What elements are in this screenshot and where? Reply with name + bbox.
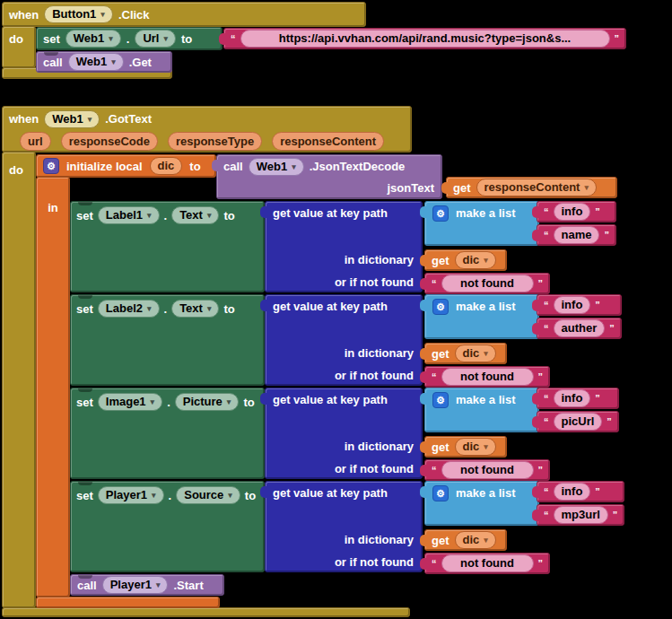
variable-dropdown[interactable]: responseContent xyxy=(476,179,597,196)
component-dropdown[interactable]: Web1 xyxy=(249,158,304,176)
key-string[interactable]: mp3url xyxy=(554,506,608,524)
param-responsecode[interactable]: responseCode xyxy=(61,132,158,151)
make-a-list-block[interactable]: make a list xyxy=(424,294,539,339)
url-text-block[interactable]: “ https://api.vvhan.com/api/rand.music?t… xyxy=(223,28,626,49)
notfound-text-block[interactable]: “ not found ” xyxy=(424,366,550,388)
make-a-list-block[interactable]: make a list xyxy=(424,481,539,526)
when-web1-gottext-block[interactable]: when Web1 .GotText url responseCode resp… xyxy=(2,106,412,153)
initialize-local-bottom[interactable] xyxy=(36,597,220,608)
notfound-string[interactable]: not found xyxy=(441,554,534,572)
notfound-string[interactable]: not found xyxy=(441,368,534,386)
to-label: to xyxy=(223,209,234,222)
key-text-block[interactable]: “ info ” xyxy=(537,201,616,222)
key-text-block[interactable]: “ mp3url ” xyxy=(537,504,624,526)
component-dropdown[interactable]: Label2 xyxy=(98,300,160,318)
key-text-block[interactable]: “ info ” xyxy=(537,294,622,316)
open-quote-icon: “ xyxy=(544,323,549,334)
variable-dropdown[interactable]: dic xyxy=(455,251,496,269)
open-quote-icon: “ xyxy=(432,558,437,569)
component-dropdown[interactable]: Web1 xyxy=(68,53,124,71)
when-block-bottom[interactable] xyxy=(2,607,410,617)
component-dropdown[interactable]: Button1 xyxy=(44,5,113,23)
get-value-at-keypath-block[interactable]: get value at key path in dictionary or i… xyxy=(265,388,423,479)
make-a-list-block[interactable]: make a list xyxy=(424,388,539,432)
notfound-text-block[interactable]: “ not found ” xyxy=(424,273,550,294)
set-label2-text-block[interactable]: set Label2 . Text to xyxy=(70,294,265,386)
mutator-gear-icon[interactable] xyxy=(432,485,449,501)
get-dic-block[interactable]: get dic xyxy=(424,529,507,551)
when-button-click-block[interactable]: when Button1 .Click xyxy=(2,2,366,27)
get-responsecontent-block[interactable]: get responseContent xyxy=(446,177,617,198)
param-responsetype[interactable]: responseType xyxy=(168,132,262,151)
set-label1-text-block[interactable]: set Label1 . Text to xyxy=(70,201,265,292)
dot-label: . xyxy=(167,396,170,409)
call-player1-start-block[interactable]: call Player1 .Start xyxy=(70,574,224,596)
get-dic-block[interactable]: get dic xyxy=(424,249,507,271)
set-image1-picture-block[interactable]: set Image1 . Picture to xyxy=(70,388,265,479)
component-dropdown[interactable]: Player1 xyxy=(98,486,164,504)
property-dropdown[interactable]: Text xyxy=(171,206,219,224)
set-web1-url-block[interactable]: set Web1 . Url to xyxy=(36,27,223,50)
get-value-at-keypath-block[interactable]: get value at key path in dictionary or i… xyxy=(265,481,423,572)
mutator-gear-icon[interactable] xyxy=(432,392,449,408)
local-variable-name[interactable]: dic xyxy=(150,157,183,175)
component-dropdown[interactable]: Image1 xyxy=(98,393,162,411)
mutator-gear-icon[interactable] xyxy=(432,299,449,315)
close-quote-icon: ” xyxy=(615,33,620,44)
key-text-block[interactable]: “ info ” xyxy=(537,481,624,502)
mutator-gear-icon[interactable] xyxy=(432,205,449,222)
variable-dropdown[interactable]: dic xyxy=(455,531,496,549)
key-string[interactable]: picUrl xyxy=(554,413,603,431)
do-column[interactable]: do xyxy=(2,26,36,68)
notfound-string[interactable]: not found xyxy=(441,461,534,479)
call-jsontextdecode-block[interactable]: call Web1 .JsonTextDecode jsonText xyxy=(216,154,442,199)
key-string[interactable]: info xyxy=(554,483,591,501)
property-dropdown[interactable]: Url xyxy=(135,30,176,48)
variable-dropdown[interactable]: dic xyxy=(455,438,496,456)
event-label: .GotText xyxy=(105,112,152,126)
mutator-gear-icon[interactable] xyxy=(43,158,59,174)
not-found-label: or if not found xyxy=(266,551,422,573)
key-string[interactable]: info xyxy=(554,389,591,407)
initialize-local-in-arm[interactable]: in xyxy=(36,177,70,597)
set-label: set xyxy=(76,489,93,502)
close-quote-icon: ” xyxy=(538,465,544,475)
notfound-text-block[interactable]: “ not found ” xyxy=(424,553,550,574)
variable-dropdown[interactable]: dic xyxy=(455,344,496,362)
key-text-block[interactable]: “ picUrl ” xyxy=(537,411,619,432)
key-string[interactable]: auther xyxy=(554,319,606,337)
key-text-block[interactable]: “ auther ” xyxy=(537,318,622,339)
setter-stack: set Label1 . Text to get value at key pa… xyxy=(70,201,624,574)
component-dropdown[interactable]: Player1 xyxy=(102,576,169,594)
when-label: when xyxy=(9,8,39,22)
component-dropdown[interactable]: Web1 xyxy=(44,110,100,128)
do-column[interactable]: do xyxy=(2,152,36,608)
get-value-at-keypath-block[interactable]: get value at key path in dictionary or i… xyxy=(265,201,423,292)
component-dropdown[interactable]: Web1 xyxy=(65,30,121,48)
dot-label: . xyxy=(127,32,130,46)
get-value-at-keypath-block[interactable]: get value at key path in dictionary or i… xyxy=(265,294,423,386)
url-string-value[interactable]: https://api.vvhan.com/api/rand.music?typ… xyxy=(240,30,610,48)
key-text-block[interactable]: “ name ” xyxy=(537,224,616,246)
key-string[interactable]: name xyxy=(554,226,600,244)
component-dropdown[interactable]: Label1 xyxy=(98,206,160,224)
open-quote-icon: “ xyxy=(432,371,437,382)
param-url[interactable]: url xyxy=(20,132,51,151)
property-dropdown[interactable]: Picture xyxy=(175,393,240,411)
property-dropdown[interactable]: Source xyxy=(176,486,240,504)
get-dic-block[interactable]: get dic xyxy=(424,436,507,458)
make-a-list-block[interactable]: make a list xyxy=(424,201,539,246)
close-quote-icon: ” xyxy=(595,300,600,310)
get-dic-block[interactable]: get dic xyxy=(424,343,507,364)
key-string[interactable]: info xyxy=(554,203,591,221)
key-text-block[interactable]: “ info ” xyxy=(537,388,619,409)
set-player1-source-block[interactable]: set Player1 . Source to xyxy=(70,481,265,572)
initialize-local-block[interactable]: initialize local dic to xyxy=(36,154,216,178)
property-dropdown[interactable]: Text xyxy=(171,300,219,318)
notfound-text-block[interactable]: “ not found ” xyxy=(424,459,550,481)
param-responsecontent[interactable]: responseContent xyxy=(272,132,384,151)
key-string[interactable]: info xyxy=(554,296,591,314)
call-web1-get-block[interactable]: call Web1 .Get xyxy=(36,51,172,73)
to-label: to xyxy=(181,32,192,46)
notfound-string[interactable]: not found xyxy=(441,275,534,292)
